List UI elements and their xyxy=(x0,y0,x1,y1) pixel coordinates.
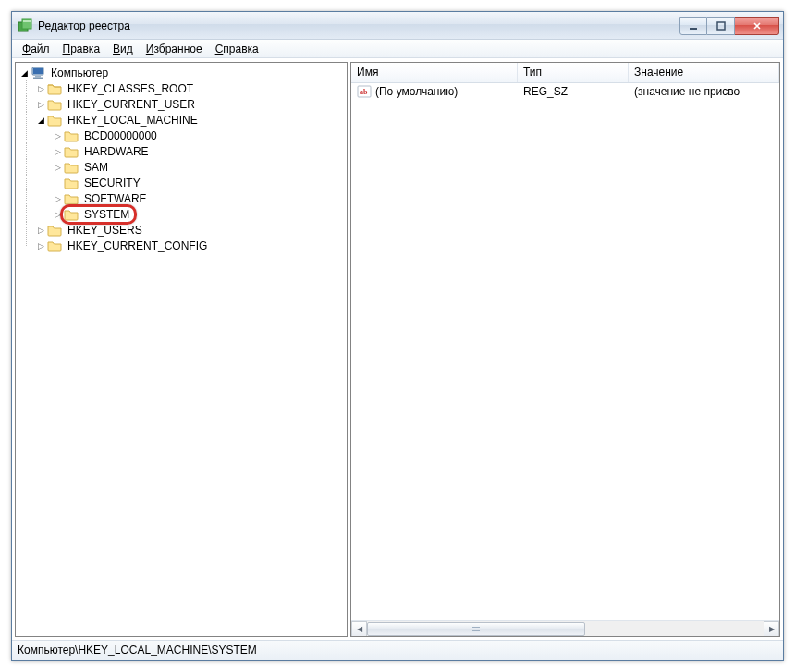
list-header: Имя Тип Значение xyxy=(351,63,779,83)
expand-icon[interactable]: ▷ xyxy=(34,80,47,96)
tree-label: HKEY_CLASSES_ROOT xyxy=(66,81,195,96)
svg-text:ab: ab xyxy=(360,88,368,96)
tree-label: SAM xyxy=(82,160,110,175)
folder-icon xyxy=(47,223,62,238)
collapse-icon[interactable]: ◢ xyxy=(34,112,47,128)
svg-rect-6 xyxy=(33,68,43,74)
folder-icon xyxy=(64,160,79,175)
window-title: Редактор реестра xyxy=(38,19,679,32)
values-pane: Имя Тип Значение ab (По умолчанию) xyxy=(350,62,780,637)
folder-icon xyxy=(47,113,62,128)
menu-edit[interactable]: Правка xyxy=(56,41,107,57)
scroll-thumb[interactable] xyxy=(367,622,585,636)
horizontal-scrollbar[interactable]: ◀ ▶ xyxy=(351,620,779,636)
menu-help[interactable]: Справка xyxy=(209,41,265,57)
folder-icon xyxy=(64,128,79,143)
highlight-ring: SYSTEM xyxy=(64,207,131,222)
folder-icon xyxy=(64,191,79,206)
menu-file[interactable]: Файл xyxy=(16,41,56,57)
svg-rect-4 xyxy=(717,22,725,30)
titlebar: Редактор реестра xyxy=(12,12,783,40)
tree-node-computer[interactable]: ◢ Компьютер xyxy=(18,65,347,80)
collapse-icon[interactable]: ◢ xyxy=(18,65,31,80)
tree-node-bcd[interactable]: ▷ BCD00000000 xyxy=(18,128,347,143)
svg-rect-7 xyxy=(35,76,41,78)
tree-node-sam[interactable]: ▷ SAM xyxy=(18,159,347,175)
computer-icon xyxy=(31,66,45,80)
content-area: ◢ Компьютер xyxy=(12,58,783,640)
expand-icon[interactable]: ▷ xyxy=(51,128,64,143)
regedit-app-icon xyxy=(18,18,32,33)
tree-label: SECURITY xyxy=(82,176,142,190)
svg-rect-3 xyxy=(690,28,697,30)
cell-type: REG_SZ xyxy=(518,85,629,98)
tree-pane[interactable]: ◢ Компьютер xyxy=(15,62,348,637)
list-row[interactable]: ab (По умолчанию) REG_SZ (значение не пр… xyxy=(351,83,779,99)
folder-icon xyxy=(64,176,79,190)
svg-rect-2 xyxy=(23,20,31,22)
tree-node-hklm[interactable]: ◢ HKEY_LOCAL_MACHINE xyxy=(18,112,347,128)
folder-icon xyxy=(47,81,62,96)
tree-node-hkcc[interactable]: ▷ HKEY_CURRENT_CONFIG xyxy=(18,238,347,253)
app-window: Редактор реестра Файл Правка Вид Избранн… xyxy=(11,11,784,661)
tree-label: SOFTWARE xyxy=(82,191,149,206)
expand-icon[interactable]: ▷ xyxy=(51,159,64,175)
status-path: Компьютер\HKEY_LOCAL_MACHINE\SYSTEM xyxy=(18,643,257,656)
cell-value: (значение не присво xyxy=(629,85,779,98)
tree-node-security[interactable]: ▷ SECURITY xyxy=(18,175,347,190)
tree-label: SYSTEM xyxy=(82,207,131,222)
value-name: (По умолчанию) xyxy=(375,85,458,98)
expand-icon[interactable]: ▷ xyxy=(34,222,47,238)
tree-label: HARDWARE xyxy=(82,144,151,159)
expand-icon[interactable]: ▷ xyxy=(51,206,64,222)
folder-icon xyxy=(64,207,79,222)
expand-icon[interactable]: ▷ xyxy=(34,238,47,253)
menu-view[interactable]: Вид xyxy=(106,41,140,57)
window-buttons xyxy=(679,17,779,35)
column-header-value[interactable]: Значение xyxy=(629,63,779,82)
svg-rect-8 xyxy=(33,77,43,79)
tree-label: HKEY_CURRENT_USER xyxy=(66,97,197,112)
column-header-name[interactable]: Имя xyxy=(351,63,518,82)
tree-node-hkcu[interactable]: ▷ HKEY_CURRENT_USER xyxy=(18,96,347,112)
scroll-right-button[interactable]: ▶ xyxy=(764,621,779,637)
expand-icon[interactable]: ▷ xyxy=(51,143,64,159)
expand-icon: ▷ xyxy=(51,175,64,190)
menu-favorites[interactable]: Избранное xyxy=(140,41,209,57)
folder-icon xyxy=(64,144,79,159)
maximize-button[interactable] xyxy=(707,17,735,35)
statusbar: Компьютер\HKEY_LOCAL_MACHINE\SYSTEM xyxy=(12,640,783,660)
expand-icon[interactable]: ▷ xyxy=(51,190,64,206)
minimize-button[interactable] xyxy=(679,17,707,35)
tree-label: HKEY_CURRENT_CONFIG xyxy=(66,238,209,253)
column-header-type[interactable]: Тип xyxy=(518,63,629,82)
scroll-grip-icon xyxy=(472,625,480,632)
tree-node-software[interactable]: ▷ SOFTWARE xyxy=(18,190,347,206)
scroll-left-button[interactable]: ◀ xyxy=(351,621,367,637)
tree-label: BCD00000000 xyxy=(82,128,159,143)
tree-node-system[interactable]: ▷ SYSTEM xyxy=(18,206,347,222)
folder-icon xyxy=(47,238,62,253)
scroll-track[interactable] xyxy=(367,621,764,636)
registry-tree: ◢ Компьютер xyxy=(18,65,347,253)
tree-label: Компьютер xyxy=(49,66,110,80)
tree-label: HKEY_USERS xyxy=(66,223,144,238)
list-rows[interactable]: ab (По умолчанию) REG_SZ (значение не пр… xyxy=(351,83,779,620)
tree-label: HKEY_LOCAL_MACHINE xyxy=(66,113,200,128)
cell-name: ab (По умолчанию) xyxy=(351,84,518,99)
tree-node-hardware[interactable]: ▷ HARDWARE xyxy=(18,143,347,159)
string-value-icon: ab xyxy=(357,84,372,99)
tree-node-hku[interactable]: ▷ HKEY_USERS xyxy=(18,222,347,238)
menubar: Файл Правка Вид Избранное Справка xyxy=(12,40,783,58)
tree-node-hkcr[interactable]: ▷ HKEY_CLASSES_ROOT xyxy=(18,80,347,96)
close-button[interactable] xyxy=(735,17,779,35)
folder-icon xyxy=(47,97,62,112)
expand-icon[interactable]: ▷ xyxy=(34,96,47,112)
